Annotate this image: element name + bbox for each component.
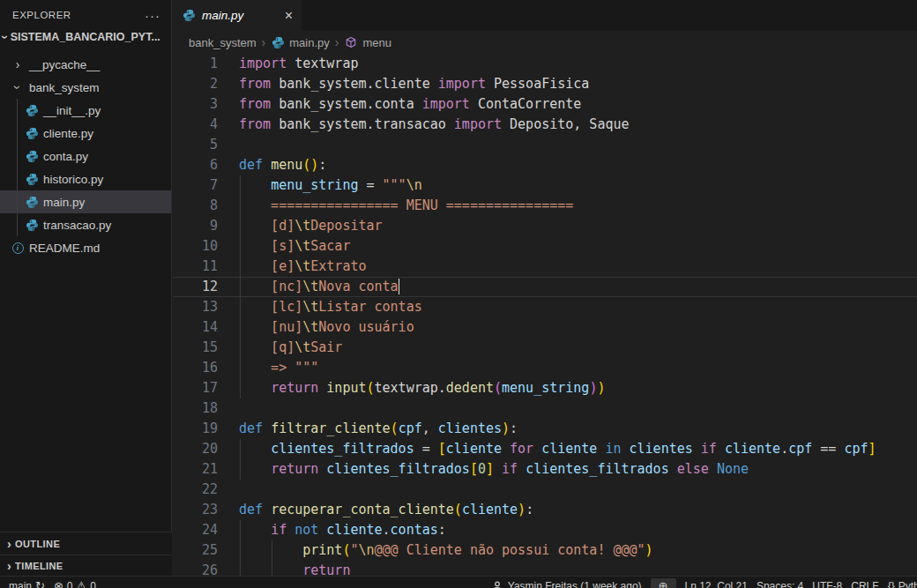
code-line-12[interactable]: 12 [nc]\tNova conta (173, 277, 917, 297)
tree-item-historico-py[interactable]: historico.py (0, 167, 171, 190)
line-number: 3 (173, 94, 218, 115)
line-number: 17 (173, 378, 218, 398)
code-line-13[interactable]: 13 [lc]\tListar contas (173, 297, 917, 317)
code-line-16[interactable]: 16 => """ (173, 358, 917, 378)
line-content: [lc]\tListar contas (239, 297, 917, 317)
python-icon (182, 9, 196, 23)
indentation: Spaces: 4 (757, 580, 803, 588)
error-icon: ⊗ (54, 580, 63, 588)
line-number: 21 (173, 459, 218, 480)
tree-item-bank-system[interactable]: ›bank_system (0, 76, 171, 99)
tab-main-py[interactable]: main.py × (173, 0, 302, 31)
eol-item[interactable]: CRLF (851, 580, 878, 588)
code-line-19[interactable]: 19def filtrar_cliente(cpf, clientes): (173, 419, 917, 439)
code-line-26[interactable]: 26 return (173, 561, 917, 576)
token: 0 (478, 461, 486, 477)
indentation-item[interactable]: Spaces: 4 (757, 580, 803, 588)
token: => """ (239, 360, 318, 376)
line-number: 25 (173, 540, 218, 561)
code-line-6[interactable]: 6def menu(): (173, 155, 917, 175)
code-line-5[interactable]: 5 (173, 135, 917, 155)
code-line-8[interactable]: 8 ================ MENU ================ (173, 196, 917, 216)
tree-item--pycache-[interactable]: ›__pycache__ (0, 53, 171, 76)
line-content: from bank_system.cliente import PessoaFi… (239, 74, 917, 94)
indent-guide (240, 520, 241, 540)
language-mode-item[interactable]: {} Python (888, 580, 917, 588)
outline-panel-label: OUTLINE (15, 539, 60, 549)
eol: CRLF (851, 580, 878, 588)
outline-panel-header[interactable]: › OUTLINE (0, 532, 172, 555)
problems-item[interactable]: ⊗ 0 ⚠ 0 (54, 580, 96, 588)
indent-guide (240, 317, 241, 338)
tree-item-conta-py[interactable]: conta.py (0, 145, 171, 167)
code-line-4[interactable]: 4from bank_system.transacao import Depos… (173, 115, 917, 135)
breadcrumb-item-menu[interactable]: menu (344, 35, 391, 49)
line-content: => """ (239, 358, 917, 378)
code-line-22[interactable]: 22 (173, 480, 917, 500)
encoding-item[interactable]: UTF-8 (812, 580, 842, 588)
code-line-23[interactable]: 23def recuperar_conta_cliente(cliente): (173, 500, 917, 520)
code-line-25[interactable]: 25 print("\n@@@ Cliente não possui conta… (173, 540, 917, 561)
line-content: def recuperar_conta_cliente(cliente): (239, 500, 917, 520)
code-editor[interactable]: 1import textwrap2from bank_system.client… (173, 54, 917, 576)
line-content: def menu(): (239, 155, 917, 175)
tree-item-cliente-py[interactable]: cliente.py (0, 122, 171, 145)
breadcrumb-item-main-py[interactable]: main.py (271, 35, 330, 49)
line-content: [q]\tSair (239, 338, 917, 358)
code-line-7[interactable]: 7 menu_string = """\n (173, 175, 917, 196)
tree-item-label: historico.py (43, 173, 103, 186)
sync-icon: ↻ (35, 580, 45, 588)
code-line-15[interactable]: 15 [q]\tSair (173, 338, 917, 358)
git-branch-item[interactable]: main ↻ (9, 580, 45, 588)
code-line-3[interactable]: 3from bank_system.conta import ContaCorr… (173, 94, 917, 115)
token: . (780, 441, 788, 457)
tree-item-main-py[interactable]: main.py (0, 190, 171, 213)
tree-item-label: __pycache__ (29, 58, 100, 71)
timeline-panel-header[interactable]: › TIMELINE (0, 555, 172, 576)
code-line-11[interactable]: 11 [e]\tExtrato (173, 257, 917, 277)
line-content: [nc]\tNova conta (239, 277, 917, 297)
tree-item-transacao-py[interactable]: transacao.py (0, 213, 171, 236)
token: contas (391, 522, 438, 538)
code-line-21[interactable]: 21 return clientes_filtrados[0] if clien… (173, 459, 917, 480)
code-line-10[interactable]: 10 [s]\tSacar (173, 236, 917, 257)
indent-guide (240, 378, 241, 398)
code-line-18[interactable]: 18 (173, 398, 917, 419)
token: \n (358, 542, 374, 558)
code-line-17[interactable]: 17 return input(textwrap.dedent(menu_str… (173, 378, 917, 398)
token: [ (438, 441, 446, 457)
python-icon (25, 149, 39, 163)
code-line-9[interactable]: 9 [d]\tDepositar (173, 216, 917, 236)
token: cliente (446, 441, 502, 457)
token: import (454, 116, 502, 132)
code-line-1[interactable]: 1import textwrap (173, 54, 917, 74)
code-line-2[interactable]: 2from bank_system.cliente import PessoaF… (173, 74, 917, 94)
line-content: menu_string = """\n (239, 175, 917, 196)
cursor-position-item[interactable]: Ln 12, Col 21 (685, 580, 748, 588)
token: [nu] (239, 319, 302, 335)
indent-guide (272, 561, 272, 576)
code-line-20[interactable]: 20 clientes_filtrados = [cliente for cli… (173, 439, 917, 459)
add-item[interactable]: ⊕ (651, 578, 676, 588)
token: cliente (725, 441, 780, 457)
token: : (510, 421, 518, 436)
token: textwrap (287, 56, 358, 71)
token (518, 461, 526, 477)
chevron-right-icon: › (11, 58, 25, 71)
close-icon[interactable]: × (285, 8, 293, 24)
git-blame-item[interactable]: Yasmin Freitas (1 week ago) (490, 579, 642, 588)
line-number: 20 (173, 439, 218, 459)
token: ) (597, 380, 605, 396)
code-line-14[interactable]: 14 [nu]\tNovo usuário (173, 317, 917, 338)
more-actions-icon[interactable]: ··· (145, 8, 160, 23)
line-number: 23 (173, 500, 218, 520)
code-line-24[interactable]: 24 if not cliente.contas: (173, 520, 917, 540)
tree-item-readme-md[interactable]: iREADME.md (0, 236, 171, 259)
breadcrumb-item-bank-system[interactable]: bank_system (189, 36, 257, 49)
token: return (302, 562, 350, 576)
token (263, 502, 271, 517)
token (318, 522, 326, 538)
token: import (239, 56, 287, 71)
tree-item--init-py[interactable]: __init__.py (0, 99, 171, 122)
project-root-row[interactable]: › SISTEMA_BANCARIO_PYT... (0, 26, 171, 48)
